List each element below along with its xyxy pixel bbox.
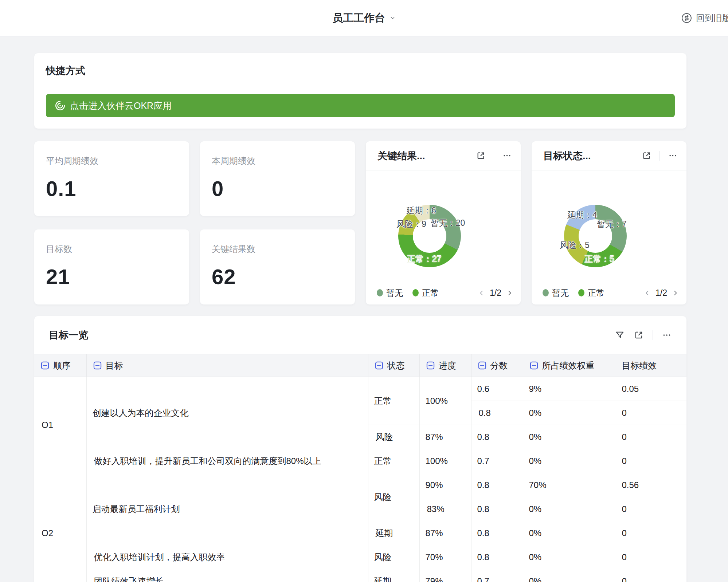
divider [494,151,494,161]
goal-table-header: 顺序目标状态进度分数所占绩效权重目标绩效 [34,354,686,377]
table-cell: 0% [523,449,616,473]
table-cell: 做好入职培训，提升新员工和公司双向的满意度到80%以上 [86,449,368,473]
legend-label: 暂无 [386,287,403,299]
table-cell: 风险 [368,425,419,449]
okr-target-icon [55,100,66,111]
stat-label: 关键结果数 [212,243,343,255]
stat-card-key-result-count: 关键结果数 62 [200,229,355,304]
filter-icon[interactable] [615,330,625,340]
goal-overview-card: 目标一览 顺序目标状态进度分数所占绩效权重目标绩效 O1创建以人为本的企业文化正… [34,316,686,582]
legend-item-none[interactable]: 暂无 [543,287,569,299]
legend-pager: 1/2 [643,288,679,298]
more-options-icon[interactable] [502,151,512,161]
table-cell: 创建以人为本的企业文化 [86,377,368,449]
column-header: 状态 [368,354,419,377]
more-options-icon[interactable] [668,151,678,161]
okr-app-button-label: 点击进入伙伴云OKR应用 [70,100,172,112]
dashboard-grid: 平均周期绩效 0.1 本周期绩效 0 目标数 21 关键结果数 62 关键结果.… [34,141,686,304]
column-label: 目标绩效 [622,360,657,371]
table-cell: 0% [523,569,616,582]
shortcuts-title: 快捷方式 [46,64,85,77]
swap-icon [681,12,692,24]
table-cell: 延期 [368,521,419,545]
table-cell: 优化入职培训计划，提高入职效率 [86,545,368,569]
stat-label: 本周期绩效 [212,155,343,167]
pager-next-icon[interactable] [506,289,513,297]
legend-label: 暂无 [552,287,569,299]
stat-card-current-cycle-perf: 本周期绩效 0 [200,141,355,216]
table-row: O1创建以人为本的企业文化正常100%0.69%0.05 [34,377,686,401]
table-cell: 0.8 [471,473,523,497]
goal-overview-title: 目标一览 [49,329,88,342]
table-row: 优化入职培训计划，提高入职效率风险70%0.80%0 [34,545,686,569]
table-cell: 0 [616,521,686,545]
legend-item-normal[interactable]: 正常 [578,287,604,299]
table-cell: 9% [523,377,616,401]
legend-item-clipped [614,289,617,296]
column-label: 目标 [106,360,123,371]
table-cell: 0% [523,521,616,545]
goal-overview-header: 目标一览 [34,316,686,354]
pager-next-icon[interactable] [672,289,679,297]
table-cell: 70% [419,545,471,569]
table-cell: 83% [419,497,471,521]
divider [653,330,653,340]
table-cell: 90% [419,473,471,497]
page-title: 员工工作台 [332,11,385,25]
table-cell: 0.8 [471,521,523,545]
stat-label: 目标数 [46,243,177,255]
legend-label: 正常 [588,287,604,299]
chart-card-header: 目标状态... [532,141,686,170]
table-row: 做好入职培训，提升新员工和公司双向的满意度到80%以上正常100%0.70%0 [34,449,686,473]
table-cell: 正常 [368,449,419,473]
collapse-column-icon[interactable] [374,361,384,370]
slice-label-risk: 风险：9 [396,219,426,230]
collapse-column-icon[interactable] [426,361,435,370]
chevron-down-icon [390,15,396,21]
more-options-icon[interactable] [662,330,672,340]
pager-page-indicator: 1/2 [655,288,667,298]
table-cell: 0 [616,545,686,569]
legend-label: 正常 [422,287,439,299]
chart-card-title: 目标状态... [543,149,591,162]
collapse-column-icon[interactable] [93,361,102,370]
table-cell: 0.56 [616,473,686,497]
open-external-icon[interactable] [634,330,644,340]
table-cell: 0 [616,401,686,425]
column-label: 所占绩效权重 [542,360,595,371]
stat-value: 0.1 [46,176,177,201]
pager-prev-icon[interactable] [478,289,485,297]
open-external-icon[interactable] [642,151,651,161]
legend-pager: 1/2 [478,288,513,298]
stat-card-goal-count: 目标数 21 [34,229,189,304]
table-cell: 0% [523,425,616,449]
table-row: 团队绩效飞速增长延期79%0.70%0 [34,569,686,582]
stat-value: 21 [46,264,177,289]
chart-card-title: 关键结果... [377,149,425,162]
stat-card-avg-cycle-perf: 平均周期绩效 0.1 [34,141,189,216]
table-cell: 正常 [368,377,419,425]
slice-label-normal: 正常：5 [584,253,614,265]
collapse-column-icon[interactable] [40,361,50,370]
collapse-column-icon[interactable] [529,361,539,370]
slice-label-none: 暂无：20 [431,217,465,229]
goal-table: 顺序目标状态进度分数所占绩效权重目标绩效 O1创建以人为本的企业文化正常100%… [34,354,686,582]
workspace-switcher[interactable]: 员工工作台 [332,11,396,25]
shortcuts-body: 点击进入伙伴云OKR应用 [34,88,686,129]
legend-item-none[interactable]: 暂无 [377,287,403,299]
main-content: 快捷方式 点击进入伙伴云OKR应用 平均周期绩效 0.1 本周期绩效 0 目标数 [0,53,728,582]
table-cell: 0.05 [616,377,686,401]
table-cell: 0% [523,497,616,521]
open-external-icon[interactable] [476,151,486,161]
table-cell: 100% [419,449,471,473]
table-cell: 启动最新员工福利计划 [86,473,368,545]
legend-item-normal[interactable]: 正常 [412,287,439,299]
back-to-old-button[interactable]: 回到旧版 [681,12,728,24]
goal-status-chart-card: 目标状态... 延期：4 暂无：7 风险：5 正常：5 [532,141,686,304]
column-label: 进度 [439,360,456,371]
pager-prev-icon[interactable] [643,289,651,297]
okr-app-button[interactable]: 点击进入伙伴云OKR应用 [46,94,675,117]
table-cell: 100% [419,377,471,425]
collapse-column-icon[interactable] [477,361,487,370]
legend-dot [543,289,549,296]
